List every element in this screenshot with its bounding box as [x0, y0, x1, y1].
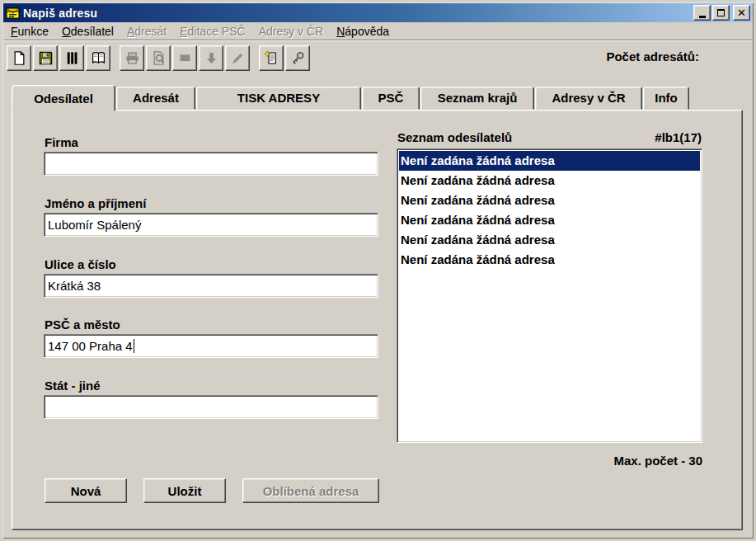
firma-label: Firma — [45, 135, 378, 149]
minimize-icon — [699, 16, 706, 18]
sender-list-badge: #lb1(17) — [655, 130, 702, 144]
oblibena-adresa-button[interactable]: Oblíbená adresa — [242, 478, 379, 503]
tab-odesilatel[interactable]: Odesílatel — [12, 85, 115, 111]
tab-seznam-kraju[interactable]: Seznam krajů — [420, 87, 534, 110]
tab-page-odesilatel: Firma Jméno a příjmení Lubomír Spálený U… — [12, 110, 743, 530]
columns-icon — [64, 50, 80, 66]
maximize-icon — [717, 9, 725, 16]
menubar: Funkce Odesílatel Adresát Editace PSČ Ad… — [2, 22, 754, 40]
list-item[interactable]: Není zadána žádná adresa — [399, 230, 700, 250]
tab-info[interactable]: Info — [643, 87, 689, 110]
stop-button[interactable] — [172, 45, 197, 71]
ulice-input[interactable]: Krátká 38 — [44, 274, 378, 298]
pencil-icon — [230, 50, 246, 66]
toolbar: Počet adresátů: — [2, 41, 754, 74]
save-button[interactable] — [33, 45, 58, 71]
download-arrow-icon — [204, 50, 219, 66]
sender-listbox[interactable]: Není zadána žádná adresa Není zadána žád… — [397, 148, 702, 443]
ulice-value: Krátká 38 — [48, 279, 101, 293]
tabstrip: Odesílatel Adresát TISK ADRESY PSČ Sezna… — [12, 83, 754, 110]
maximize-button[interactable] — [712, 5, 730, 21]
key-icon — [290, 50, 306, 66]
menu-napoveda[interactable]: Nápověda — [330, 23, 396, 40]
ulice-label: Ulice a číslo — [45, 257, 378, 271]
columns-button[interactable] — [59, 45, 84, 71]
book-button[interactable] — [86, 45, 110, 71]
list-item[interactable]: Není zadána žádná adresa — [399, 250, 700, 270]
menu-editace-psc[interactable]: Editace PSČ — [173, 23, 251, 40]
tab-psc[interactable]: PSČ — [362, 87, 420, 110]
print-icon — [124, 50, 140, 66]
text-caret — [134, 339, 134, 353]
envelope-app-icon — [6, 7, 20, 20]
stat-label: Stát - jiné — [45, 379, 378, 393]
menu-odesilatel[interactable]: Odesílatel — [55, 23, 120, 40]
save-icon — [38, 50, 54, 66]
field-ulice: Ulice a číslo Krátká 38 — [44, 257, 378, 298]
field-jmeno: Jméno a příjmení Lubomír Spálený — [44, 196, 378, 237]
recipient-count-label: Počet adresátů: — [606, 49, 699, 64]
list-item[interactable]: Není zadána žádná adresa — [399, 191, 700, 210]
print-preview-button[interactable] — [146, 45, 171, 71]
new-note-icon — [264, 50, 279, 66]
stat-input[interactable] — [44, 395, 378, 419]
psc-mesto-label: PSČ a město — [45, 318, 378, 332]
print-button[interactable] — [120, 45, 144, 71]
new-note-button[interactable] — [259, 45, 284, 71]
max-count-note: Max. počet - 30 — [397, 454, 702, 468]
stop-icon — [177, 50, 193, 66]
menu-funkce[interactable]: Funkce — [4, 23, 55, 40]
titlebar[interactable]: Napiš adresu ✕ — [3, 3, 753, 22]
new-document-button[interactable] — [7, 45, 31, 71]
list-item[interactable]: Není zadána žádná adresa — [399, 151, 700, 171]
list-item[interactable]: Není zadána žádná adresa — [399, 171, 700, 191]
tab-tisk-adresy[interactable]: TISK ADRESY — [196, 87, 361, 110]
nova-button[interactable]: Nová — [45, 478, 127, 503]
jmeno-input[interactable]: Lubomír Spálený — [44, 213, 378, 237]
app-window: Napiš adresu ✕ Funkce Odesílatel Adresát… — [0, 0, 756, 541]
psc-mesto-input[interactable]: 147 00 Praha 4 — [44, 334, 378, 358]
field-psc-mesto: PSČ a město 147 00 Praha 4 — [44, 318, 378, 358]
psc-mesto-value: 147 00 Praha 4 — [48, 339, 133, 353]
sender-list-title: Seznam odesílatelů — [397, 130, 512, 144]
window-title: Napiš adresu — [23, 7, 692, 20]
book-icon — [91, 50, 106, 66]
tab-adresat[interactable]: Adresát — [116, 87, 195, 110]
ulozit-button[interactable]: Uložit — [143, 478, 226, 503]
list-item[interactable]: Není zadána žádná adresa — [399, 210, 700, 230]
close-icon: ✕ — [737, 7, 746, 18]
menu-adresy-v-cr[interactable]: Adresy v ČR — [252, 23, 331, 40]
print-preview-icon — [151, 50, 167, 66]
field-firma: Firma — [44, 135, 378, 176]
field-stat: Stát - jiné — [44, 379, 378, 419]
firma-input[interactable] — [44, 152, 378, 176]
sender-list-section: Seznam odesílatelů #lb1(17) Není zadána … — [397, 130, 702, 468]
key-button[interactable] — [285, 45, 310, 71]
jmeno-value: Lubomír Spálený — [48, 218, 141, 232]
close-button[interactable]: ✕ — [733, 5, 750, 21]
tab-adresy-v-cr[interactable]: Adresy v ČR — [535, 87, 642, 110]
menu-adresat[interactable]: Adresát — [120, 23, 173, 40]
jmeno-label: Jméno a příjmení — [45, 196, 378, 210]
edit-button[interactable] — [225, 45, 250, 71]
download-button[interactable] — [199, 45, 223, 71]
minimize-button[interactable] — [693, 5, 711, 21]
new-document-icon — [12, 50, 27, 66]
